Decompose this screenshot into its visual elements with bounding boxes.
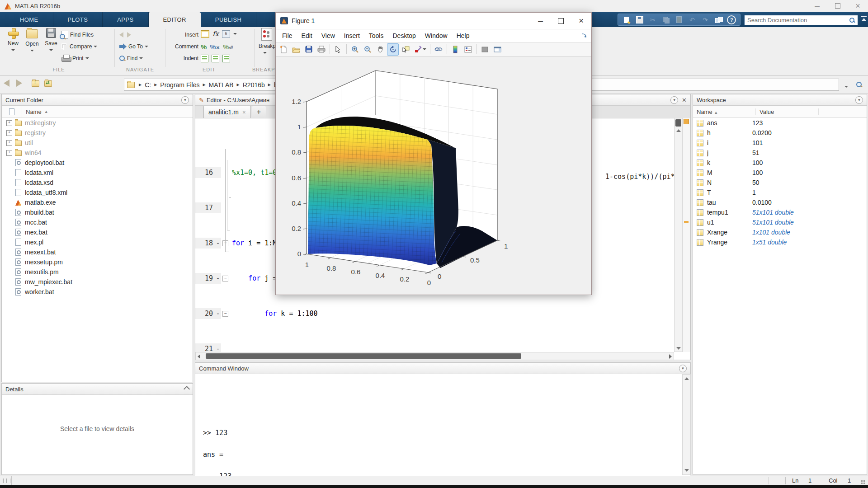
table-row[interactable]: ans 123 — [693, 118, 867, 128]
browse-folder-icon[interactable] — [44, 80, 54, 89]
table-row[interactable]: T 1 — [693, 188, 867, 197]
zoom-in-icon[interactable] — [349, 43, 361, 56]
table-row[interactable]: k 100 — [693, 158, 867, 168]
table-row[interactable]: j 51 — [693, 148, 867, 158]
folder-up-icon[interactable] — [32, 80, 42, 89]
warning-summary-icon[interactable] — [684, 119, 689, 124]
scroll-left-icon[interactable] — [198, 354, 200, 359]
insert-colorbar-icon[interactable] — [449, 43, 461, 56]
menu-item[interactable]: Edit — [297, 32, 317, 39]
figure-window[interactable]: Figure 1 ─ × FileEditViewInsertToolsDesk… — [275, 12, 592, 295]
table-row[interactable]: u1 51x101 double — [693, 217, 867, 227]
list-item[interactable]: + m3iregistry — [2, 118, 193, 128]
pan-icon[interactable] — [374, 43, 386, 56]
chevron-up-icon[interactable] — [184, 386, 190, 392]
panel-menu-icon[interactable]: ▼ — [181, 96, 189, 104]
panel-menu-icon[interactable]: ▼ — [855, 96, 863, 104]
save-button[interactable]: Save — [42, 28, 60, 57]
close-button[interactable]: × — [571, 15, 591, 27]
edit-plot-icon[interactable] — [332, 43, 344, 56]
editor-vertical-scrollbar[interactable] — [674, 118, 683, 352]
name-column-header[interactable]: Name ▲ — [693, 108, 756, 115]
new-figure-icon[interactable] — [278, 43, 289, 56]
list-item[interactable]: + mex.bat — [2, 227, 193, 237]
dock-figure-icon[interactable] — [581, 33, 588, 38]
uncomment-icon[interactable]: %✕ — [210, 43, 220, 51]
insert-fi-icon[interactable]: fi — [222, 30, 230, 38]
new-tab-button[interactable]: + — [252, 106, 266, 118]
ribbon-tab[interactable]: APPS — [103, 12, 148, 27]
hide-plot-tools-icon[interactable] — [479, 43, 491, 56]
comment-buttons[interactable]: % %✕ %⏎ — [201, 42, 233, 52]
scrollbar-thumb[interactable] — [206, 353, 521, 359]
indent-buttons[interactable] — [201, 53, 230, 63]
zoom-out-icon[interactable] — [362, 43, 373, 56]
scroll-down-icon[interactable] — [676, 347, 681, 350]
close-panel-icon[interactable]: ✕ — [682, 97, 687, 103]
table-row[interactable]: i 101 — [693, 138, 867, 148]
breadcrumb-item[interactable]: Program Files — [160, 81, 199, 89]
menu-item[interactable]: Window — [420, 32, 452, 39]
insert-legend-icon[interactable] — [462, 43, 474, 56]
list-item[interactable]: + registry — [2, 128, 193, 138]
editor-horizontal-scrollbar[interactable] — [195, 352, 674, 360]
command-scrollbar[interactable] — [682, 374, 691, 475]
switch-windows-icon[interactable] — [713, 15, 723, 24]
search-icon[interactable] — [856, 82, 862, 88]
expand-icon[interactable]: + — [6, 140, 12, 146]
breadcrumb-item[interactable]: MATLAB — [209, 81, 234, 89]
code-fold-icon[interactable] — [221, 343, 230, 352]
list-item[interactable]: + lcdata_utf8.xml — [2, 188, 193, 197]
menu-item[interactable]: Help — [452, 32, 474, 39]
link-plot-icon[interactable] — [433, 43, 444, 56]
expand-icon[interactable]: + — [6, 150, 12, 156]
scroll-up-icon[interactable] — [676, 129, 681, 132]
workspace-column-header[interactable]: Name ▲ Value — [693, 106, 867, 118]
indent-left-icon[interactable] — [222, 55, 230, 62]
breakpoint-gutter[interactable]: - — [215, 238, 221, 249]
open-file-icon[interactable] — [290, 43, 302, 56]
panel-menu-icon[interactable]: ▼ — [670, 96, 678, 104]
ribbon-tab[interactable]: PLOTS — [53, 12, 103, 27]
dropdown-icon[interactable] — [844, 82, 848, 90]
warning-marker[interactable] — [684, 221, 689, 223]
close-button[interactable]: × — [848, 0, 868, 12]
breadcrumb-item[interactable]: C: — [145, 81, 151, 89]
open-button[interactable]: Open — [24, 28, 41, 57]
smart-indent-icon[interactable] — [201, 55, 208, 62]
figure-canvas[interactable]: 0 0.2 0.4 0.6 0.8 1 1.2 1 0.8 0.6 0.4 — [276, 56, 591, 295]
list-item[interactable]: + lcdata.xsd — [2, 178, 193, 188]
breakpoint-gutter[interactable] — [215, 202, 221, 213]
comment-icon[interactable]: % — [201, 43, 207, 51]
list-item[interactable]: + worker.bat — [2, 287, 193, 297]
resize-grip[interactable] — [861, 480, 865, 484]
details-header[interactable]: Details — [2, 384, 193, 395]
breakpoint-gutter[interactable]: - — [215, 343, 221, 352]
search-input[interactable] — [745, 17, 849, 23]
panel-grip-icon[interactable] — [0, 476, 12, 485]
scroll-right-icon[interactable] — [669, 354, 672, 359]
save-figure-icon[interactable] — [303, 43, 315, 56]
file-list-column-header[interactable]: Name ▲ — [2, 106, 193, 118]
breakpoint-gutter[interactable]: - — [215, 273, 221, 284]
table-row[interactable]: h 0.0200 — [693, 128, 867, 138]
find-files-button[interactable]: Find Files — [61, 30, 94, 40]
show-plot-tools-icon[interactable] — [491, 43, 503, 56]
list-item[interactable]: + mex.pl — [2, 237, 193, 247]
list-item[interactable]: + matlab.exe — [2, 197, 193, 207]
insert-buttons[interactable]: fx fi — [201, 29, 237, 39]
list-item[interactable]: + mexutils.pm — [2, 267, 193, 277]
list-item[interactable]: + mw_mpiexec.bat — [2, 277, 193, 287]
documentation-search[interactable] — [744, 15, 858, 25]
table-row[interactable]: N 50 — [693, 178, 867, 188]
expand-icon[interactable]: + — [6, 130, 12, 136]
panel-menu-icon[interactable]: ▼ — [679, 365, 687, 372]
maximize-button[interactable] — [827, 0, 848, 12]
name-column-header[interactable]: Name — [22, 108, 42, 115]
find-button[interactable]: Find — [119, 53, 143, 63]
new-button[interactable]: New — [5, 28, 22, 57]
minimize-button[interactable]: ─ — [530, 15, 551, 27]
print-figure-icon[interactable] — [316, 43, 327, 56]
save-icon[interactable] — [635, 15, 645, 24]
tab-analitic1[interactable]: analitic1.m × — [203, 106, 251, 118]
